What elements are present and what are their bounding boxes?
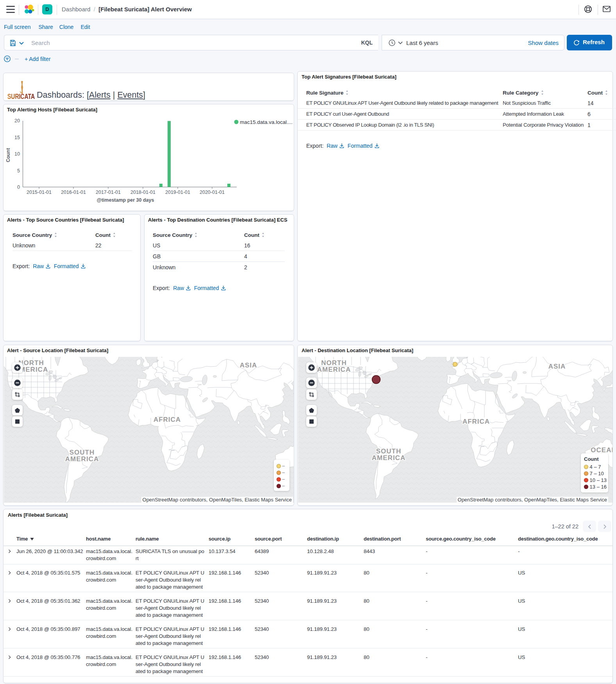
svg-text:15: 15 xyxy=(14,135,20,140)
svg-text:OCEANIA: OCEANIA xyxy=(591,446,613,454)
svg-text:AFRICA: AFRICA xyxy=(462,418,490,425)
svg-text:2019-01-01: 2019-01-01 xyxy=(165,190,190,195)
svg-text:Count: Count xyxy=(5,148,11,162)
svg-text:5: 5 xyxy=(17,168,20,174)
svg-text:AFRICA: AFRICA xyxy=(154,416,181,423)
svg-text:2016-01-01: 2016-01-01 xyxy=(61,190,86,195)
svg-text:mac15.data.va.local....: mac15.data.va.local.... xyxy=(240,119,293,125)
svg-text:@timestamp per 30 days: @timestamp per 30 days xyxy=(97,197,154,203)
svg-text:2020-01-01: 2020-01-01 xyxy=(200,190,225,195)
svg-text:AMERICA: AMERICA xyxy=(317,366,351,373)
svg-text:20: 20 xyxy=(14,118,20,124)
svg-text:AMERICA: AMERICA xyxy=(65,455,99,463)
svg-text:ASIA: ASIA xyxy=(240,362,257,369)
svg-text:SURICATA: SURICATA xyxy=(7,93,35,100)
svg-text:10: 10 xyxy=(14,151,20,157)
svg-text:0: 0 xyxy=(17,184,20,190)
svg-text:2018-01-01: 2018-01-01 xyxy=(130,190,155,195)
svg-text:ASIA: ASIA xyxy=(548,363,566,370)
svg-text:AMERICA: AMERICA xyxy=(372,454,405,462)
svg-text:2017-01-01: 2017-01-01 xyxy=(96,190,121,195)
svg-text:2015-01-01: 2015-01-01 xyxy=(27,190,52,195)
